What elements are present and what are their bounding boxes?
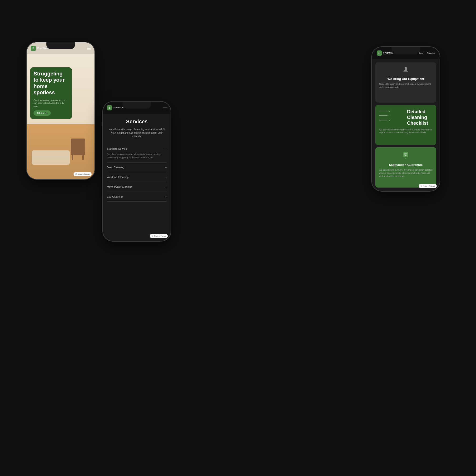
svg-rect-1 bbox=[404, 70, 407, 71]
logo-icon-1: S bbox=[31, 46, 36, 51]
logo-text-2: FreshStart Cleaners bbox=[114, 106, 134, 109]
svg-rect-6 bbox=[404, 154, 407, 154]
services-title: Services bbox=[107, 119, 167, 125]
satisfaction-icon bbox=[379, 151, 432, 161]
checklist-lines: ✓ ✓ ✓ bbox=[379, 109, 405, 121]
checklist-body: ✓ ✓ ✓ Detailed Cleaning Checklist bbox=[379, 109, 432, 126]
accordion-header-0[interactable]: Standard Service — bbox=[107, 147, 167, 151]
call-us-button[interactable]: Call Us 📞 bbox=[34, 110, 51, 116]
check-1: ✓ bbox=[389, 110, 391, 112]
checklist-line-3: ✓ bbox=[379, 119, 405, 121]
framer-badge-2: ⬡ Made in Framer bbox=[150, 234, 168, 238]
accordion-label-1: Deep Cleaning bbox=[107, 166, 124, 169]
accordion-body-0: Regular cleaning covering all essential … bbox=[107, 153, 167, 159]
accordion-item-2: Windows Cleaning + bbox=[107, 172, 167, 182]
framer-badge-text-2: Made in Framer bbox=[154, 235, 166, 237]
framer-badge-3: ⬡ Made in Framer bbox=[419, 184, 437, 188]
accordion-label-3: Move-In/Out Cleaning bbox=[107, 186, 132, 188]
svg-rect-8 bbox=[405, 155, 407, 156]
hamburger-line-1 bbox=[87, 47, 91, 48]
services-description: We offer a wide range of cleaning servic… bbox=[107, 128, 167, 138]
phone-2-screen: S FreshStart Cleaners Services We offer … bbox=[103, 102, 171, 241]
checklist-desc: We use detailed cleaning checklists to e… bbox=[379, 128, 432, 135]
accordion-header-4[interactable]: Eco-Cleaning + bbox=[107, 195, 167, 199]
accordion-icon-3: + bbox=[165, 185, 167, 189]
check-2: ✓ bbox=[389, 114, 391, 117]
svg-rect-2 bbox=[404, 71, 408, 71]
nav-bar-1: S FreshStart Cleaners bbox=[27, 42, 95, 54]
checklist-line-2: ✓ bbox=[379, 114, 405, 117]
hamburger-line-2 bbox=[87, 48, 91, 49]
hamburger-line-5 bbox=[163, 108, 167, 108]
line-bar-1 bbox=[379, 111, 388, 111]
phone-3-screen: S FreshStart Cleaners About Services bbox=[372, 47, 440, 191]
accordion-item-3: Move-In/Out Cleaning + bbox=[107, 182, 167, 192]
framer-logo-1: ⬡ bbox=[75, 173, 77, 175]
nav-services[interactable]: Services bbox=[426, 52, 435, 54]
nav-about[interactable]: About bbox=[418, 52, 424, 54]
rug bbox=[32, 151, 70, 165]
hero-headline: Struggeling to keep your home spotless bbox=[34, 71, 68, 96]
call-label: Call Us bbox=[36, 112, 44, 114]
checklist-title: Detailed Cleaning Checklist bbox=[407, 109, 432, 126]
accordion-label-0: Standard Service bbox=[107, 147, 127, 150]
accordion-icon-2: + bbox=[165, 175, 167, 179]
framer-badge-text-3: Made in Framer bbox=[423, 185, 435, 187]
logo-icon-2: S bbox=[107, 105, 112, 110]
accordion-icon-0: — bbox=[164, 147, 167, 151]
phone-services: S FreshStart Cleaners Services We offer … bbox=[102, 101, 171, 241]
svg-rect-5 bbox=[404, 153, 408, 153]
hamburger-menu-2[interactable] bbox=[163, 107, 167, 109]
line-bar-3 bbox=[379, 120, 388, 120]
accordion-item-0: Standard Service — Regular cleaning cove… bbox=[107, 144, 167, 163]
logo-3: S FreshStart Cleaners bbox=[377, 51, 404, 56]
framer-logo-2: ⬡ bbox=[152, 235, 153, 237]
svg-rect-0 bbox=[405, 67, 407, 70]
logo-text-1: FreshStart Cleaners bbox=[37, 47, 58, 50]
accordion-label-2: Windows Cleaning bbox=[107, 176, 129, 178]
chair-leg1 bbox=[72, 154, 73, 160]
equipment-icon bbox=[379, 66, 432, 75]
accordion-icon-4: + bbox=[165, 195, 167, 199]
accordion-item-1: Deep Cleaning + bbox=[107, 163, 167, 172]
equipment-desc: No need to supply anything. We bring our… bbox=[379, 83, 432, 89]
logo-icon-3: S bbox=[377, 51, 382, 56]
equipment-title: We Bring Our Equipment bbox=[379, 77, 432, 81]
logo-1: S FreshStart Cleaners bbox=[31, 46, 58, 51]
hamburger-menu-1[interactable] bbox=[87, 47, 91, 50]
satisfaction-desc: We stand behind our work. If you're not … bbox=[379, 169, 432, 178]
services-content: Services We offer a wide range of cleani… bbox=[103, 114, 171, 241]
svg-rect-3 bbox=[403, 71, 408, 72]
hero-subtext: Our professional cleaning service can he… bbox=[34, 99, 68, 108]
nav-bar-2: S FreshStart Cleaners bbox=[103, 102, 171, 114]
framer-badge-text-1: Made in Framer bbox=[78, 173, 90, 175]
phone-hero: S FreshStart Cleaners Struggeling to kee… bbox=[26, 42, 95, 180]
phone-icon: 📞 bbox=[45, 112, 48, 114]
nav-links: About Services bbox=[418, 52, 435, 54]
accordion-header-2[interactable]: Windows Cleaning + bbox=[107, 175, 167, 179]
line-bar-2 bbox=[379, 115, 388, 116]
checklist-line-1: ✓ bbox=[379, 110, 405, 112]
phone-1-screen: S FreshStart Cleaners Struggeling to kee… bbox=[27, 42, 95, 179]
hero-card: Struggeling to keep your home spotless O… bbox=[30, 67, 72, 119]
feature-card-checklist: ✓ ✓ ✓ Detailed Cleaning Checklist bbox=[375, 105, 436, 145]
accordion-header-1[interactable]: Deep Cleaning + bbox=[107, 165, 167, 169]
hamburger-line-4 bbox=[163, 107, 167, 107]
chair-back bbox=[71, 138, 85, 153]
logo-text-3: FreshStart Cleaners bbox=[383, 52, 404, 54]
framer-badge-1: ⬡ Made in Framer bbox=[73, 172, 92, 176]
features-content: We Bring Our Equipment No need to supply… bbox=[372, 59, 440, 191]
accordion-icon-1: + bbox=[165, 165, 167, 169]
accordion-header-3[interactable]: Move-In/Out Cleaning + bbox=[107, 185, 167, 189]
accordion-label-4: Eco-Cleaning bbox=[107, 195, 122, 198]
chair bbox=[68, 136, 87, 160]
logo-2: S FreshStart Cleaners bbox=[107, 105, 134, 110]
check-3: ✓ bbox=[389, 119, 391, 121]
nav-bar-3: S FreshStart Cleaners About Services bbox=[372, 47, 440, 59]
accordion-item-4: Eco-Cleaning + bbox=[107, 192, 167, 202]
scene: S FreshStart Cleaners Struggeling to kee… bbox=[12, 18, 464, 458]
hamburger-line-6 bbox=[163, 109, 167, 109]
satisfaction-title: Satisfaction Guarantee bbox=[379, 163, 432, 167]
hamburger-line-3 bbox=[87, 49, 91, 50]
feature-card-equipment: We Bring Our Equipment No need to supply… bbox=[375, 62, 436, 102]
